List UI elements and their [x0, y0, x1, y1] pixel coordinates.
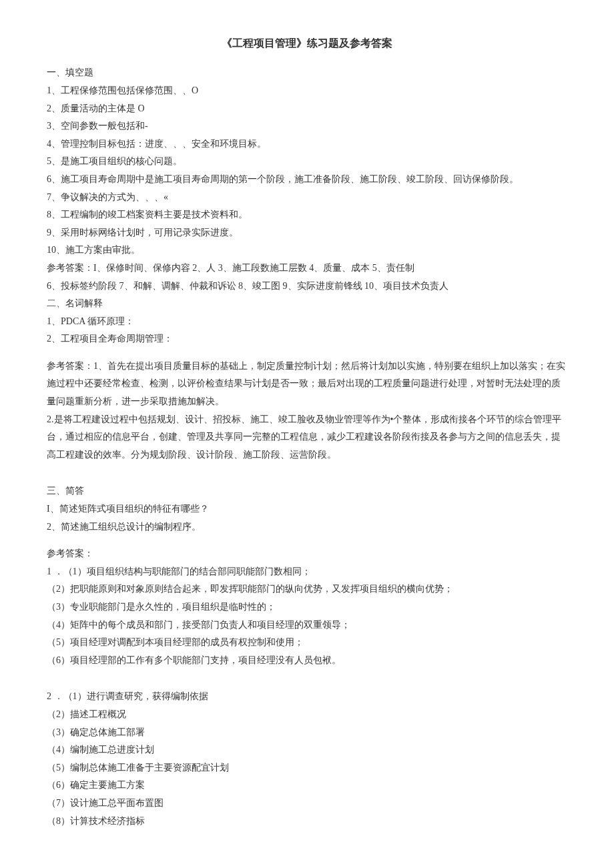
- answer-paragraph: 参考答案：1、首先在提出项目质量目标的基础上，制定质量控制计划；然后将计划加以实…: [47, 358, 567, 411]
- answer1-item: 1 ．（1）项目组织结构与职能部门的结合部同职能部门数相同；: [47, 563, 567, 581]
- answer2-item: 2 ．（1）进行调查研究，获得编制依据: [47, 688, 567, 706]
- section3-heading: 三、简答: [47, 482, 567, 500]
- short-answer-item: I、简述矩阵式项目组织的特征有哪些？: [47, 500, 567, 518]
- term-item: 1、PDCA 循环原理：: [47, 313, 567, 331]
- fill-blank-item: 6、施工项目寿命周期中是施工项目寿命周期的第一个阶段，施工准备阶段、施工阶段、竣…: [47, 171, 567, 189]
- fill-blank-item: 8、工程编制的竣工档案资料主要是技术资料和。: [47, 206, 567, 224]
- answer-paragraph: 2.是将工程建设过程中包括规划、设计、招投标、施工、竣工脸收及物业管理等作为•个…: [47, 411, 567, 464]
- answer-line: 参考答案：I、保修时间、保修内容 2、人 3、施工段数施工层数 4、质量、成本 …: [47, 260, 567, 278]
- fill-blank-item: 3、空间参数一般包括和-: [47, 117, 567, 135]
- answer1-item: （4）矩阵中的每个成员和部门，接受部门负责人和项目经理的双重领导；: [47, 616, 567, 634]
- fill-blank-item: 2、质量活动的主体是 O: [47, 100, 567, 118]
- answer1-item: （3）专业职能部门是永久性的，项目组织是临时性的；: [47, 598, 567, 616]
- answer2-item: （5）编制总体施工准备于主要资源配宜计划: [47, 759, 567, 777]
- fill-blank-item: 7、争议解决的方式为、、、«: [47, 189, 567, 207]
- answer2-item: （7）设计施工总平面布置图: [47, 795, 567, 813]
- answer2-item: （3）确定总体施工部署: [47, 724, 567, 742]
- fill-blank-item: 9、采用时标网络计划时，可用记录实际进度。: [47, 224, 567, 242]
- document-title: 《工程项目管理》练习题及参考答案: [47, 33, 567, 53]
- answer2-item: （8）计算技术经济指标: [47, 813, 567, 831]
- term-item: 2、工程项目全寿命周期管理：: [47, 330, 567, 348]
- answer1-item: （2）把职能原则和对象原则结合起来，即发挥职能部门的纵向优势，又发挥项目组织的横…: [47, 580, 567, 598]
- answer1-item: （6）项目经理部的工作有多个职能部门支持，项目经理没有人员包袱。: [47, 652, 567, 670]
- fill-blank-item: 5、是施工项目组织的核心问题。: [47, 153, 567, 171]
- answer-line: 6、投标签约阶段 7、和解、调解、仲裁和诉讼 8、竣工图 9、实际进度前锋线 1…: [47, 278, 567, 296]
- fill-blank-item: 1、工程保修范围包括保修范围、、O: [47, 82, 567, 100]
- section2-heading: 二、名词解释: [47, 295, 567, 313]
- fill-blank-item: 4、管理控制目标包括：进度、、、安全和环境目标。: [47, 135, 567, 153]
- answer-label: 参考答案：: [47, 545, 567, 563]
- section1-heading: 一、填空题: [47, 64, 567, 82]
- answer2-item: （2）描述工程概况: [47, 706, 567, 724]
- fill-blank-item: 10、施工方案由审批。: [47, 242, 567, 260]
- answer2-item: （6）确定主要施工方案: [47, 777, 567, 795]
- answer2-item: （4）编制施工总进度计划: [47, 741, 567, 759]
- answer1-item: （5）项目经理对调配到本项目经理部的成员有权控制和使用；: [47, 634, 567, 652]
- short-answer-item: 2、简述施工组织总设计的编制程序。: [47, 518, 567, 536]
